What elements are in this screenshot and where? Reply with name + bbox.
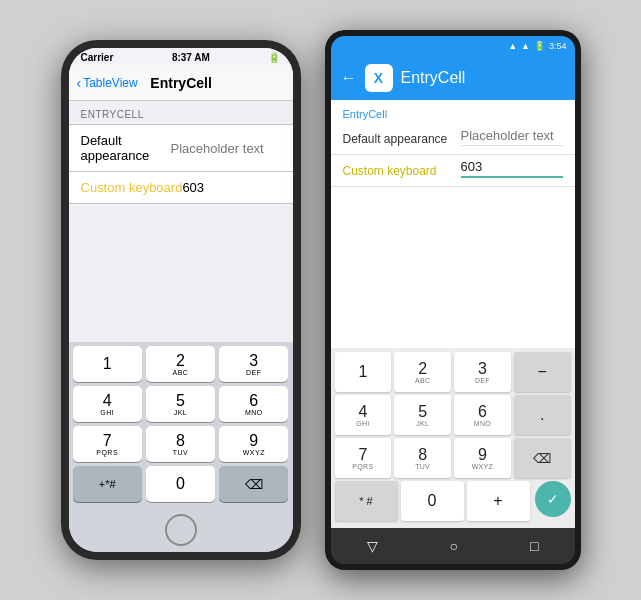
ios-back-chevron-icon: ‹ xyxy=(77,75,82,91)
android-key-9[interactable]: 9 WXYZ xyxy=(454,438,511,478)
ios-section-header: ENTRYCELL xyxy=(69,101,293,124)
android-row-custom-input[interactable] xyxy=(461,159,563,178)
android-key-6[interactable]: 6 MNO xyxy=(454,395,511,435)
ios-key-2[interactable]: 2 ABC xyxy=(146,346,215,382)
android-wifi-icon: ▲ xyxy=(521,41,530,51)
android-key-minus[interactable]: − xyxy=(514,352,571,392)
android-key-2[interactable]: 2 ABC xyxy=(394,352,451,392)
android-screen: ▲ ▲ 🔋 3:54 ← X EntryCell EntryCell De xyxy=(331,36,575,564)
ios-key-7[interactable]: 7 PQRS xyxy=(73,426,142,462)
android-key-row-4: * # 0 + ✓ xyxy=(335,481,571,521)
ios-key-special[interactable]: +*# xyxy=(73,466,142,502)
android-row-custom-label: Custom keyboard xyxy=(343,164,453,178)
android-key-8[interactable]: 8 TUV xyxy=(394,438,451,478)
ios-key-8[interactable]: 8 TUV xyxy=(146,426,215,462)
android-battery-icon: 🔋 xyxy=(534,41,545,51)
ios-phone: Carrier 8:37 AM 🔋 ‹ TableView EntryCell … xyxy=(61,40,301,560)
android-nav-home-icon[interactable]: ○ xyxy=(450,538,458,554)
android-phone: ▲ ▲ 🔋 3:54 ← X EntryCell EntryCell De xyxy=(325,30,581,570)
android-row-default-label: Default appearance xyxy=(343,132,453,146)
ios-time: 8:37 AM xyxy=(172,52,210,63)
ios-home-button[interactable] xyxy=(165,514,197,546)
ios-status-bar: Carrier 8:37 AM 🔋 xyxy=(69,48,293,65)
android-key-row-2: 4 GHI 5 JKL 6 MNO . xyxy=(335,395,571,435)
ios-key-row-2: 4 GHI 5 JKL 6 MNO xyxy=(73,386,289,422)
android-signal-icon: ▲ xyxy=(508,41,517,51)
ios-battery: 🔋 xyxy=(268,52,280,63)
ios-key-row-4: +*# 0 ⌫ xyxy=(73,466,289,502)
ios-screen: Carrier 8:37 AM 🔋 ‹ TableView EntryCell … xyxy=(69,48,293,552)
ios-key-9[interactable]: 9 WXYZ xyxy=(219,426,288,462)
ios-keyboard: 1 2 ABC 3 DEF 4 GHI xyxy=(69,342,293,510)
android-key-plus[interactable]: + xyxy=(467,481,530,521)
ios-row-custom-value: 603 xyxy=(182,180,280,195)
android-enter-icon: ✓ xyxy=(547,491,559,507)
android-key-1[interactable]: 1 xyxy=(335,352,392,392)
android-key-row-1: 1 2 ABC 3 DEF − xyxy=(335,352,571,392)
android-status-bar: ▲ ▲ 🔋 3:54 xyxy=(331,36,575,56)
ios-row-default-input[interactable] xyxy=(171,141,293,156)
ios-back-button[interactable]: ‹ TableView xyxy=(77,75,138,91)
android-key-3[interactable]: 3 DEF xyxy=(454,352,511,392)
android-content: EntryCell Default appearance Custom keyb… xyxy=(331,100,575,348)
android-key-backspace[interactable]: ⌫ xyxy=(514,438,571,478)
ios-key-5[interactable]: 5 JKL xyxy=(146,386,215,422)
android-key-enter[interactable]: ✓ xyxy=(535,481,571,517)
android-key-row-3: 7 PQRS 8 TUV 9 WXYZ ⌫ xyxy=(335,438,571,478)
ios-key-4[interactable]: 4 GHI xyxy=(73,386,142,422)
android-key-5[interactable]: 5 JKL xyxy=(394,395,451,435)
ios-back-label: TableView xyxy=(83,76,137,90)
android-back-button[interactable]: ← xyxy=(341,69,357,87)
ios-home-bar xyxy=(69,510,293,552)
android-key-0[interactable]: 0 xyxy=(401,481,464,521)
android-nav-back-icon[interactable]: ▽ xyxy=(367,538,378,554)
android-section-label: EntryCell xyxy=(331,100,575,124)
android-keyboard: 1 2 ABC 3 DEF − xyxy=(331,348,575,528)
android-app-icon: X xyxy=(365,64,393,92)
ios-key-1[interactable]: 1 xyxy=(73,346,142,382)
android-key-4[interactable]: 4 GHI xyxy=(335,395,392,435)
android-key-special[interactable]: * # xyxy=(335,481,398,521)
android-row-custom: Custom keyboard xyxy=(331,155,575,187)
scene: Carrier 8:37 AM 🔋 ‹ TableView EntryCell … xyxy=(0,0,641,600)
ios-key-row-3: 7 PQRS 8 TUV 9 WXYZ xyxy=(73,426,289,462)
android-key-dot[interactable]: . xyxy=(514,395,571,435)
android-nav-recent-icon[interactable]: □ xyxy=(530,538,538,554)
ios-key-0[interactable]: 0 xyxy=(146,466,215,502)
android-toolbar: ← X EntryCell xyxy=(331,56,575,100)
ios-content: ENTRYCELL Default appearance Custom keyb… xyxy=(69,101,293,342)
ios-row-default-label: Default appearance xyxy=(81,133,171,163)
ios-nav-title: EntryCell xyxy=(138,75,225,91)
ios-nav-bar: ‹ TableView EntryCell xyxy=(69,65,293,101)
ios-carrier: Carrier xyxy=(81,52,114,63)
ios-row-default: Default appearance xyxy=(69,125,293,172)
android-key-7[interactable]: 7 PQRS xyxy=(335,438,392,478)
android-row-default-input[interactable] xyxy=(461,128,563,146)
ios-key-row-1: 1 2 ABC 3 DEF xyxy=(73,346,289,382)
android-nav-bar: ▽ ○ □ xyxy=(331,528,575,564)
android-row-default: Default appearance xyxy=(331,124,575,155)
android-time: 3:54 xyxy=(549,41,567,51)
ios-key-backspace[interactable]: ⌫ xyxy=(219,466,288,502)
ios-key-3[interactable]: 3 DEF xyxy=(219,346,288,382)
android-toolbar-title: EntryCell xyxy=(401,69,466,87)
ios-key-6[interactable]: 6 MNO xyxy=(219,386,288,422)
ios-table: Default appearance Custom keyboard 603 xyxy=(69,124,293,204)
ios-row-custom: Custom keyboard 603 xyxy=(69,172,293,203)
ios-row-custom-label: Custom keyboard xyxy=(81,180,183,195)
